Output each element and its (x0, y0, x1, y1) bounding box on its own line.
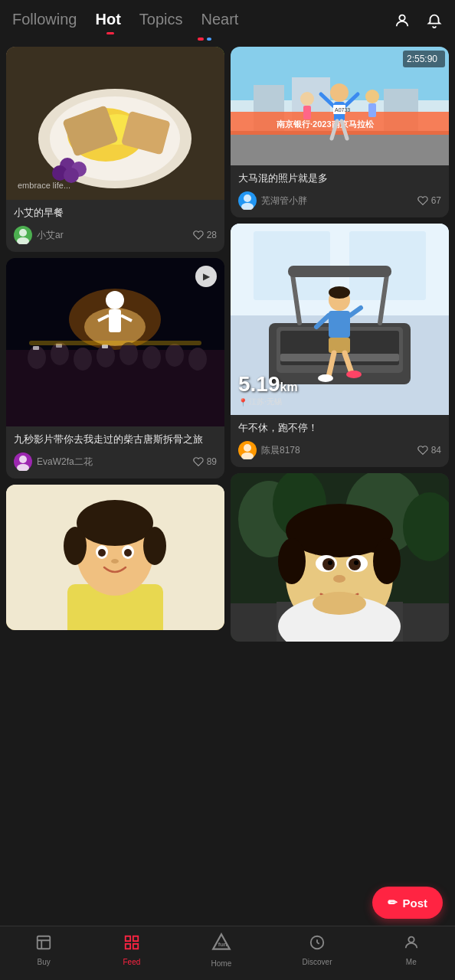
svg-text:A0733: A0733 (335, 107, 350, 113)
svg-point-113 (354, 560, 358, 565)
svg-point-41 (77, 500, 153, 546)
svg-point-65 (300, 92, 314, 106)
nav-me[interactable]: Me (403, 934, 420, 966)
author-name-eva: EvaW2fa二花 (37, 456, 93, 469)
svg-rect-54 (231, 131, 449, 165)
buy-label: Buy (38, 958, 51, 966)
card-meta-marathon: 芜湖管小胖 67 (238, 191, 441, 210)
like-count-marathon: 67 (431, 195, 441, 206)
post-fab-button[interactable]: ✏ Post (372, 887, 443, 919)
svg-point-107 (373, 538, 401, 584)
feed-icon (123, 934, 140, 956)
tab-hot[interactable]: Hot (95, 11, 120, 34)
post-card-portrait[interactable] (6, 485, 224, 630)
tab-following[interactable]: Following (12, 11, 77, 34)
discover-icon (309, 934, 326, 956)
post-card-runner[interactable] (231, 473, 449, 642)
svg-point-46 (98, 549, 106, 557)
tab-indicators (0, 34, 455, 47)
nav-icon-group (394, 12, 443, 34)
svg-rect-19 (109, 309, 121, 332)
svg-point-47 (124, 549, 132, 557)
nav-feed[interactable]: Feed (123, 934, 140, 966)
likes-concert: 89 (193, 456, 217, 467)
bottom-navigation: Buy Feed fun Home Discover (0, 926, 455, 980)
post-card-concert[interactable]: ▶ 九秒影片带你去我走过的柴古唐斯拆骨之旅 EvaW2fa二花 (6, 258, 224, 479)
svg-text:2:55:90: 2:55:90 (407, 54, 437, 64)
tab-topics[interactable]: Topics (139, 11, 183, 34)
svg-point-35 (19, 456, 27, 463)
tab-nearby[interactable]: Neart (201, 11, 239, 34)
post-card-food[interactable]: embrace life... 小艾的早餐 小艾ar (6, 47, 224, 252)
svg-line-125 (317, 942, 319, 944)
svg-rect-120 (133, 944, 138, 949)
svg-point-14 (17, 237, 29, 244)
card-title-marathon: 大马混的照片就是多 (238, 172, 441, 185)
post-image-marathon: 南京银行·2023南京马拉松 A0733 (231, 47, 449, 165)
buy-icon (35, 934, 52, 956)
card-body-concert: 九秒影片带你去我走过的柴古唐斯拆骨之旅 EvaW2fa二花 89 (6, 426, 224, 479)
svg-point-36 (17, 464, 29, 471)
svg-point-27 (119, 342, 138, 365)
avatar-marathon (238, 191, 257, 210)
svg-text:embrace life...: embrace life... (18, 181, 70, 190)
top-navigation: Following Hot Topics Neart (0, 0, 455, 34)
home-label: Home (211, 959, 232, 968)
discover-label: Discover (303, 958, 332, 966)
svg-point-114 (333, 575, 345, 583)
fab-icon: ✏ (388, 896, 398, 910)
card-author-marathon: 芜湖管小胖 (238, 191, 307, 210)
svg-rect-89 (329, 338, 350, 353)
home-icon: fun (211, 933, 231, 957)
post-image-portrait (6, 485, 224, 630)
treadmill-location: 📍江苏·无锡 (238, 397, 298, 407)
card-author-concert: EvaW2fa二花 (14, 452, 93, 471)
post-image-concert: ▶ (6, 258, 224, 426)
svg-point-115 (313, 592, 366, 615)
card-body-marathon: 大马混的照片就是多 芜湖管小胖 67 (231, 165, 449, 217)
card-body-food: 小艾的早餐 小艾ar 28 (6, 200, 224, 252)
svg-point-85 (329, 286, 350, 299)
svg-point-29 (165, 344, 184, 367)
post-image-food: embrace life... (6, 47, 224, 200)
nav-discover[interactable]: Discover (303, 934, 332, 966)
post-card-marathon[interactable]: 南京银行·2023南京马拉松 A0733 (231, 47, 449, 217)
dot-blue (207, 38, 211, 41)
bell-icon[interactable] (426, 12, 443, 34)
svg-rect-80 (280, 354, 399, 361)
play-button[interactable]: ▶ (195, 266, 217, 287)
card-title-food: 小艾的早餐 (14, 206, 217, 220)
profile-icon[interactable] (394, 12, 411, 34)
card-meta-concert: EvaW2fa二花 89 (14, 452, 217, 471)
svg-point-48 (111, 559, 119, 564)
avatar-xiaoai (14, 226, 32, 244)
svg-point-57 (330, 83, 349, 102)
post-card-treadmill[interactable]: 5.19km 📍江苏·无锡 午不休，跑不停！ (231, 224, 449, 467)
svg-point-71 (244, 194, 251, 202)
nav-buy[interactable]: Buy (35, 934, 52, 966)
card-author-food: 小艾ar (14, 226, 64, 244)
svg-text:fun: fun (218, 941, 228, 948)
svg-point-106 (278, 538, 306, 584)
card-meta-treadmill: 陈晨8178 84 (238, 441, 441, 459)
card-title-concert: 九秒影片带你去我走过的柴古唐斯拆骨之旅 (14, 433, 217, 446)
svg-point-67 (365, 90, 379, 103)
author-name-marathon: 芜湖管小胖 (261, 194, 307, 207)
svg-point-28 (142, 346, 161, 369)
svg-point-93 (346, 371, 362, 378)
nav-tabs: Following Hot Topics Neart (12, 11, 394, 34)
svg-rect-83 (288, 266, 391, 277)
avatar-treadmill (238, 441, 257, 459)
content-area: embrace life... 小艾的早餐 小艾ar (0, 47, 455, 703)
svg-point-30 (188, 348, 207, 371)
me-icon (403, 934, 420, 956)
svg-rect-118 (133, 936, 138, 941)
card-author-treadmill: 陈晨8178 (238, 441, 300, 459)
like-count-concert: 89 (207, 456, 217, 467)
like-count-food: 28 (207, 230, 217, 240)
nav-home[interactable]: fun Home (211, 933, 232, 968)
author-name-xiaoai: 小艾ar (37, 229, 64, 242)
card-body-treadmill: 午不休，跑不停！ 陈晨8178 84 (231, 415, 449, 467)
svg-point-18 (106, 291, 124, 309)
svg-point-72 (241, 203, 254, 210)
